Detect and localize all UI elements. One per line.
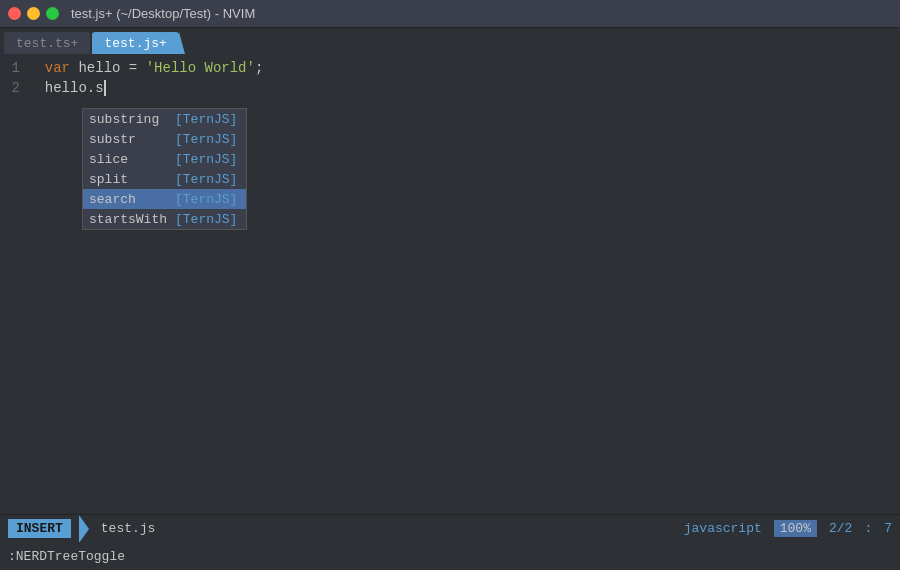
titlebar: test.js+ (~/Desktop/Test) - NVIM bbox=[0, 0, 900, 28]
status-percent: 100% bbox=[774, 520, 817, 537]
ac-item-name-4: search bbox=[89, 192, 169, 207]
editor: 1 var hello = 'Hello World'; 2 hello.s s… bbox=[0, 54, 900, 538]
cmdline-text: :NERDTreeToggle bbox=[8, 549, 125, 564]
tab-ts-label: test.ts+ bbox=[16, 36, 78, 51]
close-button[interactable] bbox=[8, 7, 21, 20]
tabbar: test.ts+ test.js+ bbox=[0, 28, 900, 54]
ac-item-3[interactable]: split [TernJS] bbox=[83, 169, 246, 189]
ac-item-source-0: [TernJS] bbox=[175, 112, 237, 127]
ac-item-name-5: startsWith bbox=[89, 212, 169, 227]
maximize-button[interactable] bbox=[46, 7, 59, 20]
ac-item-name-2: slice bbox=[89, 152, 169, 167]
status-position: 2/2 bbox=[829, 521, 852, 536]
tab-js[interactable]: test.js+ bbox=[92, 32, 178, 54]
tab-ts[interactable]: test.ts+ bbox=[4, 32, 90, 54]
ac-item-0[interactable]: substring [TernJS] bbox=[83, 109, 246, 129]
status-language: javascript bbox=[684, 521, 762, 536]
autocomplete-popup: substring [TernJS] substr [TernJS] slice… bbox=[82, 108, 247, 230]
ac-item-source-1: [TernJS] bbox=[175, 132, 237, 147]
editor-line-2: 2 hello.s bbox=[0, 78, 900, 98]
editor-line-1: 1 var hello = 'Hello World'; bbox=[0, 58, 900, 78]
ac-item-source-4: [TernJS] bbox=[175, 192, 237, 207]
ac-item-source-2: [TernJS] bbox=[175, 152, 237, 167]
mode-badge: INSERT bbox=[8, 519, 71, 538]
statusbar: INSERT test.js javascript 100% 2/2 : 7 bbox=[0, 514, 900, 542]
status-col-label: : bbox=[864, 521, 872, 536]
ac-item-name-3: split bbox=[89, 172, 169, 187]
window-title: test.js+ (~/Desktop/Test) - NVIM bbox=[71, 6, 255, 21]
status-col: 7 bbox=[884, 521, 892, 536]
ac-item-4[interactable]: search [TernJS] bbox=[83, 189, 246, 209]
traffic-lights bbox=[8, 7, 59, 20]
cmdline: :NERDTreeToggle bbox=[0, 542, 900, 570]
ac-item-name-1: substr bbox=[89, 132, 169, 147]
minimize-button[interactable] bbox=[27, 7, 40, 20]
tab-js-label: test.js+ bbox=[104, 36, 166, 51]
ac-item-source-5: [TernJS] bbox=[175, 212, 237, 227]
status-right: javascript 100% 2/2 : 7 bbox=[684, 520, 892, 537]
line-number-1: 1 bbox=[0, 60, 28, 76]
ac-item-1[interactable]: substr [TernJS] bbox=[83, 129, 246, 149]
ac-item-name-0: substring bbox=[89, 112, 169, 127]
ac-item-5[interactable]: startsWith [TernJS] bbox=[83, 209, 246, 229]
ac-item-2[interactable]: slice [TernJS] bbox=[83, 149, 246, 169]
text-cursor bbox=[104, 80, 106, 96]
line-content-2: hello.s bbox=[28, 80, 106, 96]
mode-arrow bbox=[79, 515, 89, 543]
ac-item-source-3: [TernJS] bbox=[175, 172, 237, 187]
line-content-1: var hello = 'Hello World'; bbox=[28, 60, 263, 76]
status-file: test.js bbox=[101, 521, 684, 536]
line-number-2: 2 bbox=[0, 80, 28, 96]
